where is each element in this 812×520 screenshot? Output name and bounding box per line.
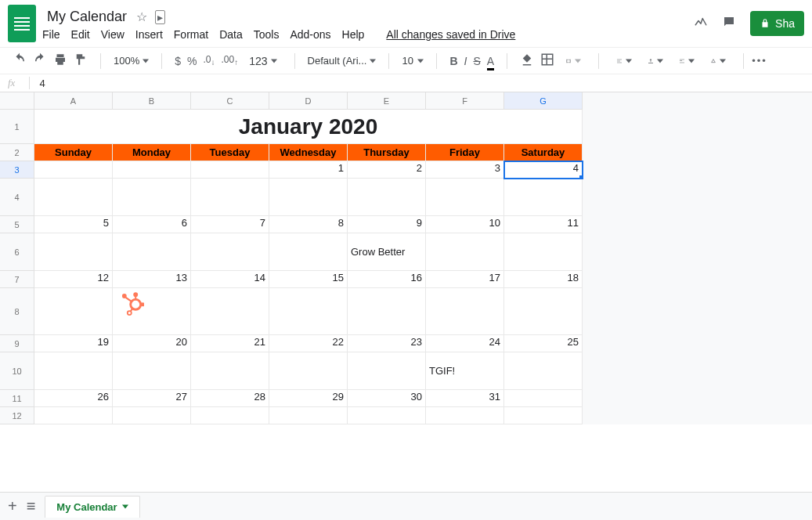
cell[interactable]: 21 [191,335,269,352]
share-button[interactable]: Sha [750,11,804,36]
strike-icon[interactable]: S [473,55,480,67]
cell[interactable]: 28 [191,390,269,407]
font-size-dropdown[interactable]: 10 [397,53,428,68]
cell[interactable]: 13 [113,271,191,288]
cell[interactable]: TGIF! [426,352,504,390]
cell[interactable] [113,352,191,390]
cell[interactable]: 19 [34,335,113,352]
day-header[interactable]: Monday [113,144,191,161]
cell[interactable] [191,288,269,335]
increase-decimal-icon[interactable]: .00↑ [222,54,239,67]
spreadsheet-grid[interactable]: ABCDEFG1January 20202SundayMondayTuesday… [0,92,812,424]
row-header[interactable]: 10 [0,352,34,390]
cell[interactable]: 10 [426,216,504,233]
menu-file[interactable]: File [42,28,60,41]
more-formats-dropdown[interactable]: 123 [244,53,281,69]
cell[interactable]: 4 [504,161,583,179]
wrap-dropdown[interactable] [674,56,699,66]
cell[interactable]: 6 [113,216,191,233]
cell[interactable]: 17 [426,271,504,288]
cell[interactable]: 16 [348,271,426,288]
cell[interactable]: 26 [34,390,113,407]
cell[interactable]: 5 [34,216,113,233]
cell[interactable] [269,352,348,390]
cell[interactable]: 7 [191,216,269,233]
cell[interactable]: 14 [191,271,269,288]
move-icon[interactable]: ▸ [155,10,165,24]
cell[interactable] [504,352,583,390]
cell[interactable] [504,179,583,216]
valign-dropdown[interactable] [643,56,668,66]
day-header[interactable]: Friday [426,144,504,161]
day-header[interactable]: Sunday [34,144,113,161]
redo-icon[interactable] [33,52,47,69]
corner[interactable] [0,92,34,110]
cell[interactable]: 12 [34,271,113,288]
cell[interactable] [504,233,583,271]
row-header[interactable]: 11 [0,390,34,407]
save-status[interactable]: All changes saved in Drive [386,28,515,41]
cell[interactable] [113,233,191,271]
cell[interactable]: 9 [348,216,426,233]
cell[interactable] [504,288,583,335]
rotate-dropdown[interactable] [706,56,731,66]
row-header[interactable]: 12 [0,407,34,424]
cell[interactable]: 1 [269,161,348,179]
row-header[interactable]: 4 [0,179,34,216]
row-header[interactable]: 6 [0,233,34,271]
col-header[interactable]: B [113,92,191,110]
cell[interactable]: 31 [426,390,504,407]
menu-edit[interactable]: Edit [71,28,90,41]
cell[interactable] [426,179,504,216]
cell[interactable]: 11 [504,216,583,233]
decrease-decimal-icon[interactable]: .0↓ [204,54,215,67]
more-icon[interactable]: ••• [752,55,767,67]
zoom-dropdown[interactable]: 100% [109,53,153,68]
row-header[interactable]: 3 [0,161,34,179]
day-header[interactable]: Thursday [348,144,426,161]
col-header[interactable]: D [269,92,348,110]
cell[interactable] [191,179,269,216]
cell[interactable] [348,352,426,390]
cell[interactable] [34,161,113,179]
cell[interactable] [34,288,113,335]
print-icon[interactable] [53,52,67,69]
row-header[interactable]: 2 [0,144,34,161]
row-header[interactable]: 5 [0,216,34,233]
cell[interactable] [34,179,113,216]
paint-format-icon[interactable] [74,52,88,69]
menu-help[interactable]: Help [342,28,365,41]
cell[interactable]: 23 [348,335,426,352]
cell[interactable]: 24 [426,335,504,352]
menu-tools[interactable]: Tools [254,28,280,41]
menu-insert[interactable]: Insert [135,28,163,41]
row-header[interactable]: 9 [0,335,34,352]
col-header[interactable]: E [348,92,426,110]
cell[interactable] [113,288,191,335]
cell[interactable] [113,161,191,179]
col-header[interactable]: F [426,92,504,110]
cell[interactable]: 2 [348,161,426,179]
cell[interactable]: Grow Better [348,233,426,271]
cell[interactable] [113,407,191,424]
menu-format[interactable]: Format [174,28,208,41]
cell[interactable] [191,352,269,390]
cell[interactable] [504,390,583,407]
cell[interactable]: 18 [504,271,583,288]
row-header[interactable]: 1 [0,110,34,144]
cell[interactable] [191,233,269,271]
activity-icon[interactable] [694,15,708,33]
cell[interactable]: 8 [269,216,348,233]
text-color-icon[interactable]: A [487,55,494,67]
borders-icon[interactable] [540,52,554,69]
font-dropdown[interactable]: Default (Ari... [303,53,381,68]
undo-icon[interactable] [13,52,27,69]
formula-bar-input[interactable]: 4 [39,78,45,89]
day-header[interactable]: Saturday [504,144,583,161]
cell[interactable] [426,233,504,271]
day-header[interactable]: Tuesday [191,144,269,161]
document-title[interactable]: My Calendar [42,7,132,27]
cell[interactable]: 27 [113,390,191,407]
cell[interactable]: 30 [348,390,426,407]
cell[interactable]: 22 [269,335,348,352]
